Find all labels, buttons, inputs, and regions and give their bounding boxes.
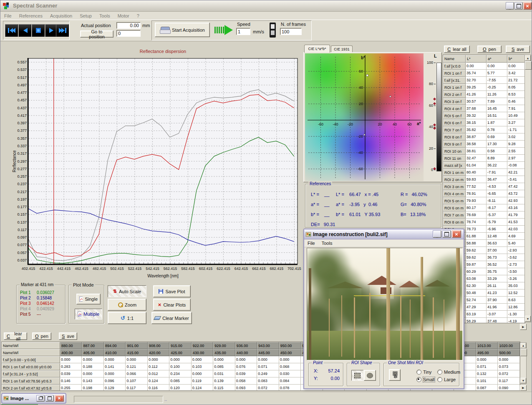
maximize-button[interactable] <box>45 395 54 402</box>
lab-row-name[interactable]: ROI 6 on f <box>443 119 466 126</box>
wl-row-name[interactable]: f.sif [x:31.24 - y:3.52] <box>2 370 60 377</box>
reflectance-chart[interactable]: 0.0370.0570.0770.0970.1170.1370.1570.177… <box>11 42 303 282</box>
goto-position-button[interactable]: Go to position <box>80 30 113 38</box>
lab-row-name[interactable]: ROI 10 on <box>443 148 466 155</box>
lab-row-name[interactable]: ROI 7 on m <box>443 211 466 219</box>
wl-col-header[interactable]: 929.00 <box>213 342 235 349</box>
lab-row-name[interactable]: ROI 2 on f <box>443 91 466 98</box>
lab-row-name[interactable]: ROI 7 on f <box>443 126 466 133</box>
wl-save-button[interactable]: Save <box>59 332 77 340</box>
goto-position-field[interactable]: 0 <box>116 30 141 37</box>
start-acquisition-button[interactable]: Start Acquisition <box>155 23 210 37</box>
menu-tools[interactable]: Tools <box>96 13 114 18</box>
restore-button[interactable] <box>36 395 45 402</box>
wl-clear-all-button[interactable]: Clear all <box>4 332 27 340</box>
wl-col-header[interactable]: 1013.00 <box>476 342 498 349</box>
actual-position-field[interactable]: 0.00 <box>116 22 141 29</box>
lab-row-name[interactable]: ROI 1 on f <box>443 70 466 77</box>
menu-help[interactable]: ? <box>133 13 143 18</box>
wl-col-header[interactable]: 405.00 <box>82 349 103 356</box>
lab-clear-all-button[interactable]: Clear all <box>444 45 470 53</box>
tab-cie-1931[interactable]: CIE 1931 <box>331 45 353 53</box>
wl-col-header[interactable]: 435.00 <box>213 349 235 356</box>
lab-row-name[interactable]: ROI 3 on f <box>443 98 466 105</box>
wl-col-header[interactable]: 887.00 <box>82 342 103 349</box>
wl-row-name[interactable]: f.sif [x:0.00 - y:0.00] <box>2 356 60 363</box>
wl-col-header[interactable]: 901.00 <box>126 342 147 349</box>
auto-scale-button[interactable]: ⇅ Auto Scale <box>108 285 146 297</box>
image-window-minimize-button[interactable]: _ <box>433 230 441 238</box>
lab-col-l[interactable]: L* <box>466 55 487 63</box>
menu-acquisition[interactable]: Acquisition <box>46 13 76 18</box>
wl-col-header[interactable]: 440.00 <box>235 349 257 356</box>
wl-name-header[interactable]: Name\Wl <box>2 342 60 349</box>
lab-row-name[interactable]: ROI 8 on f <box>443 133 466 141</box>
lab-save-button[interactable]: Save <box>506 45 530 53</box>
lab-col-name[interactable]: Name <box>443 55 466 63</box>
lab-row-name[interactable]: ROI 9 on f <box>443 141 466 148</box>
wl-col-header[interactable]: 430.00 <box>192 349 213 356</box>
lab-row-name[interactable]: f.sif [x:31. <box>443 77 466 84</box>
wl-col-header[interactable]: 445.00 <box>257 349 279 356</box>
lab-row-name[interactable]: ROI 11 on <box>443 155 466 162</box>
wl-col-header[interactable]: 400.00 <box>60 349 82 356</box>
minimize-button[interactable]: _ <box>506 2 514 10</box>
wl-col-header[interactable]: 880.00 <box>60 342 82 349</box>
lab-row-name[interactable]: ROI 6 on m <box>443 204 466 211</box>
wl-table-scroll-right-button[interactable]: ▶ <box>520 385 527 391</box>
wl-col-header[interactable]: 425.00 <box>169 349 191 356</box>
wl-table-scrollbar[interactable]: ▲ ▼ <box>520 342 527 384</box>
wl-col-header[interactable]: 415.00 <box>126 349 147 356</box>
lab-row-name[interactable]: ROI 1 on m <box>443 169 466 176</box>
radio-small[interactable]: Small <box>416 377 435 382</box>
lab-table-scrollbar[interactable]: ▲ ▼ <box>524 55 531 322</box>
speed-field[interactable]: 1 <box>236 28 250 35</box>
wl-col-header[interactable]: 500.00 <box>498 349 520 356</box>
wl-col-header[interactable]: 410.00 <box>104 349 126 356</box>
lab-row-name[interactable]: ROI 4 on f <box>443 105 466 112</box>
motor-back-button[interactable] <box>18 24 31 37</box>
single-mode-button[interactable]: Single <box>76 294 101 304</box>
lab-row-name[interactable]: ROI 5 on f <box>443 112 466 119</box>
l-gradient-bar[interactable] <box>436 63 441 171</box>
wl-col-header[interactable]: 950.00 <box>279 342 301 349</box>
close-button[interactable]: × <box>55 395 64 402</box>
image-window-maximize-button[interactable] <box>442 230 451 238</box>
lab-row-name[interactable]: ROI 1 on f <box>443 84 466 91</box>
radio-tiny[interactable]: Tiny <box>416 370 431 375</box>
menu-file[interactable]: File <box>0 13 15 18</box>
image-window-close-button[interactable]: × <box>452 230 461 238</box>
cie-ab-plane[interactable]: -60-40-20204060604020-20-40-60b*a* <box>305 53 424 181</box>
lab-col-a[interactable]: a* <box>487 55 507 63</box>
wl-row-name[interactable]: ROI 1 on f.sif x0:78.56 y0:6.3 <box>2 377 60 385</box>
image-menu-tools[interactable]: Tools <box>318 241 336 246</box>
wl-open-button[interactable]: Open <box>32 332 51 340</box>
wl-col-header[interactable]: 936.00 <box>235 342 257 349</box>
motor-skip-end-button[interactable] <box>56 24 69 37</box>
lab-row-name[interactable]: ROI 8 on m <box>443 219 466 226</box>
maximize-button[interactable] <box>514 2 523 10</box>
one-shot-button[interactable] <box>389 369 401 381</box>
wl-row-name[interactable]: ROI 1 on f.sif x0:0.00 y0:0.00 <box>2 363 60 370</box>
menu-setup[interactable]: Setup <box>76 13 96 18</box>
motor-stop-button[interactable] <box>32 24 45 37</box>
lab-row-name[interactable]: mazz.sif [x <box>443 162 466 169</box>
multiple-mode-button[interactable]: Multiple <box>75 309 102 319</box>
lab-row-name[interactable]: ROI 5 on m <box>443 197 466 204</box>
roi-rect-button[interactable] <box>351 370 363 381</box>
wl-col-header[interactable]: 922.00 <box>192 342 213 349</box>
one-to-one-button[interactable]: ↺ 1:1 <box>108 312 146 324</box>
lab-open-button[interactable]: Open <box>477 45 502 53</box>
wl-col-header[interactable]: 943.00 <box>257 342 279 349</box>
frames-field[interactable]: 100 <box>280 28 302 35</box>
wl-col-header[interactable]: 450.00 <box>279 349 301 356</box>
image-menu-file[interactable]: File <box>304 241 318 246</box>
menu-references[interactable]: References <box>15 13 46 18</box>
lab-table-scroll-right-button[interactable]: ▶ <box>520 324 527 330</box>
lab-row-name[interactable]: ROI 2 on m <box>443 176 466 183</box>
close-button[interactable]: × <box>523 2 532 10</box>
wl-col-header[interactable]: 420.00 <box>148 349 169 356</box>
orchard-photo[interactable] <box>307 248 463 360</box>
tab-cie-lab[interactable]: CIE L*a*b* <box>304 45 330 53</box>
lab-row-name[interactable]: ROI 3 on m <box>443 183 466 190</box>
